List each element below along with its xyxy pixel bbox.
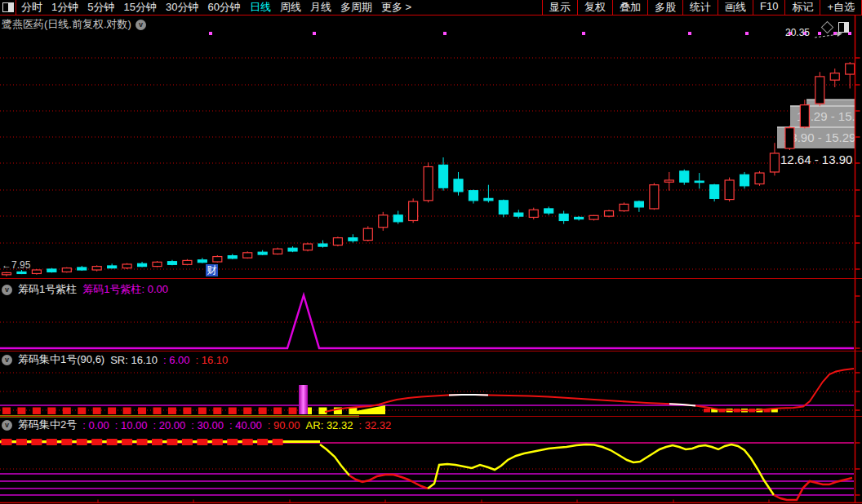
menu-item-多周期[interactable]: 多周期	[340, 0, 372, 15]
candle	[349, 234, 358, 242]
menu-item-日线[interactable]: 日线	[250, 0, 271, 15]
candle	[815, 72, 824, 106]
last-price-label: 20.35	[785, 27, 810, 38]
news-badge[interactable]: 财	[206, 264, 218, 276]
candle	[2, 272, 11, 276]
panel3-title: 筹码集中1号(90,6)	[18, 352, 104, 367]
candle	[620, 202, 629, 212]
candle	[424, 162, 433, 202]
candle	[393, 211, 402, 224]
candle	[92, 265, 101, 271]
candle	[785, 126, 794, 150]
candle	[680, 170, 689, 185]
panel3-plot	[0, 369, 854, 417]
menu-item-周线[interactable]: 周线	[280, 0, 301, 15]
panel2-title: 筹码1号紫柱	[18, 282, 77, 297]
menu-item-15分钟[interactable]: 15分钟	[123, 0, 156, 15]
signal-dots	[209, 32, 851, 38]
panel2-value: 筹码1号紫柱: 0.00	[82, 282, 168, 297]
panel4-level-values: : 0.00: 10.00: 20.00: 30.00: 40.00	[82, 419, 262, 431]
candle	[499, 200, 508, 218]
candle	[605, 210, 614, 217]
menu-item-多股[interactable]: 多股	[647, 0, 682, 15]
candle	[228, 254, 237, 259]
collapse-icon[interactable]: v	[2, 420, 12, 431]
candle	[138, 262, 147, 267]
title-row: 鹭燕医药(日线.前复权.对数) v	[2, 17, 146, 32]
menu-item-60分钟[interactable]: 60分钟	[207, 0, 240, 15]
candle	[213, 255, 222, 263]
candle	[575, 216, 584, 220]
candle	[318, 241, 327, 248]
candle	[333, 237, 342, 246]
candle	[559, 211, 568, 224]
menu-item-叠加[interactable]: 叠加	[612, 0, 647, 15]
candle	[363, 226, 372, 241]
candle	[830, 69, 839, 87]
menu-item-月线[interactable]: 月线	[310, 0, 331, 15]
panel3-sr-value: SR: 16.10	[110, 354, 158, 366]
candle	[183, 259, 192, 266]
menu-item-1分钟[interactable]: 1分钟	[51, 0, 78, 15]
menu-item-分时[interactable]: 分时	[21, 0, 42, 15]
panel4-level-value-0: : 0.00	[82, 419, 109, 431]
candle	[304, 243, 313, 252]
menu-item-5分钟[interactable]: 5分钟	[87, 0, 114, 15]
candle	[243, 251, 252, 259]
menu-item-统计[interactable]: 统计	[682, 0, 718, 15]
candle	[650, 183, 659, 210]
panel4-title: 筹码集中2号	[18, 418, 77, 432]
candle	[198, 258, 207, 263]
panel3-magenta-value: : 6.00	[163, 354, 190, 366]
candle	[589, 215, 598, 221]
panel4-level-value-4: : 40.00	[229, 419, 262, 431]
panel3-red-value: : 16.10	[196, 354, 229, 366]
trading-app-window: 15.29 - 15.13.90 - 15.2912.64 - 13.90 分时…	[0, 0, 862, 504]
candle	[846, 62, 855, 88]
menu-bar: 分时1分钟5分钟15分钟30分钟60分钟日线周线月线多周期更多 > 显示复权叠加…	[0, 0, 862, 15]
panel4-level-value-2: : 20.00	[153, 419, 186, 431]
menu-item-画线[interactable]: 画线	[718, 0, 753, 15]
candle	[122, 263, 131, 269]
collapse-icon[interactable]: v	[2, 285, 12, 295]
panel4-ar-red-value: : 32.32	[358, 419, 391, 431]
candle	[108, 263, 117, 268]
menu-item-显示[interactable]: 显示	[542, 0, 577, 15]
candle	[273, 248, 282, 255]
candle	[664, 172, 673, 191]
candle	[634, 201, 643, 212]
candle	[469, 190, 478, 204]
menu-item-更多 >[interactable]: 更多 >	[381, 0, 411, 15]
menu-item-F10[interactable]: F10	[753, 0, 784, 15]
menu-item-30分钟[interactable]: 30分钟	[166, 0, 198, 15]
candle	[439, 157, 448, 191]
chevron-down-icon[interactable]: v	[136, 20, 146, 30]
panel-toggle-icon[interactable]	[838, 22, 849, 33]
candle	[167, 260, 176, 266]
candle	[454, 172, 463, 196]
candle	[529, 208, 538, 219]
candle	[62, 267, 71, 273]
candle	[544, 206, 553, 214]
collapse-icon[interactable]: v	[2, 355, 12, 365]
candle	[153, 261, 162, 267]
candle	[725, 178, 734, 201]
range-label: 12.64 - 13.90	[780, 153, 852, 166]
panel4-level-value-1: : 10.00	[115, 419, 148, 431]
candle	[32, 269, 41, 275]
layout-split-icon[interactable]	[2, 2, 14, 12]
menu-divider	[16, 0, 16, 15]
candle	[258, 250, 267, 255]
panel4-ar-value: AR: 32.32	[306, 419, 353, 431]
candle	[740, 172, 749, 188]
panel4-level-value-3: : 30.00	[191, 419, 224, 431]
menu-item-标记[interactable]: 标记	[784, 0, 820, 15]
candle	[710, 184, 719, 202]
low-price-label: ←7.95	[2, 259, 30, 271]
candle	[514, 210, 523, 219]
menu-item-+自选[interactable]: +自选	[820, 0, 861, 15]
candle	[288, 246, 297, 252]
candle	[379, 212, 388, 231]
menu-item-复权[interactable]: 复权	[577, 0, 612, 15]
action-menu: 显示复权叠加多股统计画线F10标记+自选	[542, 0, 862, 15]
